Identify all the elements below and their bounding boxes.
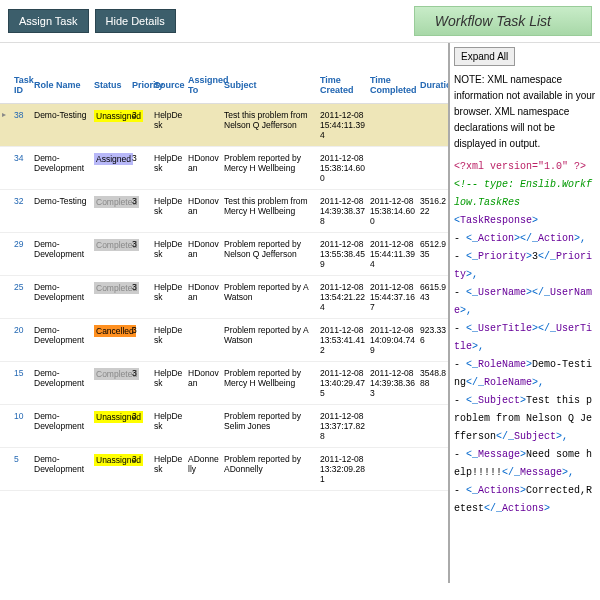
col-completed[interactable]: Time Completed	[368, 67, 418, 104]
table-row[interactable]: 32Demo-TestingCompleted3HelpDeskHDonovan…	[0, 190, 450, 233]
row-expand-icon[interactable]	[0, 362, 12, 405]
role-cell: Demo-Testing	[32, 104, 92, 147]
task-id-cell[interactable]: 15	[12, 362, 32, 405]
duration-cell: 3548.888	[418, 362, 450, 405]
status-cell: Completed	[92, 362, 130, 405]
table-row[interactable]: 34Demo-DevelopmentAssigned3HelpDeskHDono…	[0, 147, 450, 190]
created-cell: 2011-12-08 14:39:38.378	[318, 190, 368, 233]
subject-cell: Problem reported by Mercy H Wellbeing	[222, 147, 318, 190]
table-row[interactable]: 29Demo-DevelopmentCompleted3HelpDeskHDon…	[0, 233, 450, 276]
source-cell: HelpDesk	[152, 233, 186, 276]
status-cell: Cancelled	[92, 319, 130, 362]
subject-cell: Problem reported by Selim Jones	[222, 405, 318, 448]
task-id-cell[interactable]: 29	[12, 233, 32, 276]
subject-cell: Problem reported by A Watson	[222, 319, 318, 362]
col-status[interactable]: Status	[92, 67, 130, 104]
completed-cell	[368, 448, 418, 491]
duration-cell	[418, 104, 450, 147]
duration-cell: 6615.943	[418, 276, 450, 319]
col-subject[interactable]: Subject	[222, 67, 318, 104]
status-cell: Completed	[92, 276, 130, 319]
page-title: Workflow Task List	[414, 6, 592, 36]
priority-cell: 3	[130, 190, 152, 233]
assign-task-button[interactable]: Assign Task	[8, 9, 89, 33]
row-expand-icon[interactable]	[0, 448, 12, 491]
subject-cell: Problem reported by ADonnelly	[222, 448, 318, 491]
col-assigned[interactable]: Assigned To	[186, 67, 222, 104]
duration-cell: 3516.222	[418, 190, 450, 233]
created-cell: 2011-12-08 13:53:41.412	[318, 319, 368, 362]
row-expand-icon[interactable]	[0, 233, 12, 276]
completed-cell: 2011-12-08 14:39:38.363	[368, 362, 418, 405]
duration-cell: 923.336	[418, 319, 450, 362]
col-task-id[interactable]: Task ID	[12, 67, 32, 104]
task-id-cell[interactable]: 34	[12, 147, 32, 190]
task-id-cell[interactable]: 10	[12, 405, 32, 448]
assigned-cell: HDonovan	[186, 233, 222, 276]
source-cell: HelpDesk	[152, 405, 186, 448]
subject-cell: Problem reported by Mercy H Wellbeing	[222, 362, 318, 405]
completed-cell: 2011-12-08 15:44:37.167	[368, 276, 418, 319]
table-row[interactable]: 5Demo-DevelopmentUnassigned3HelpDeskADon…	[0, 448, 450, 491]
col-created[interactable]: Time Created	[318, 67, 368, 104]
table-row[interactable]: 25Demo-DevelopmentCompleted3HelpDeskHDon…	[0, 276, 450, 319]
row-expand-icon[interactable]	[0, 405, 12, 448]
col-priority[interactable]: Priority	[130, 67, 152, 104]
assigned-cell: HDonovan	[186, 362, 222, 405]
hide-details-button[interactable]: Hide Details	[95, 9, 176, 33]
top-toolbar: Assign Task Hide Details Workflow Task L…	[0, 0, 600, 43]
duration-cell	[418, 448, 450, 491]
table-header-row: Task ID Role Name Status Priority Source…	[0, 67, 450, 104]
table-row[interactable]: 20Demo-DevelopmentCancelled3HelpDeskProb…	[0, 319, 450, 362]
task-id-cell[interactable]: 5	[12, 448, 32, 491]
row-expand-icon[interactable]	[0, 190, 12, 233]
row-expand-icon[interactable]	[0, 276, 12, 319]
status-cell: Assigned	[92, 147, 130, 190]
task-list-panel: Task ID Role Name Status Priority Source…	[0, 43, 450, 583]
role-cell: Demo-Development	[32, 319, 92, 362]
status-cell: Unassigned	[92, 448, 130, 491]
role-cell: Demo-Development	[32, 233, 92, 276]
col-role[interactable]: Role Name	[32, 67, 92, 104]
subject-cell: Test this problem from Mercy H Wellbeing	[222, 190, 318, 233]
source-cell: HelpDesk	[152, 362, 186, 405]
table-row[interactable]: 10Demo-DevelopmentUnassigned3HelpDeskPro…	[0, 405, 450, 448]
priority-cell: 3	[130, 319, 152, 362]
table-row[interactable]: ▸38Demo-TestingUnassigned3HelpDeskTest t…	[0, 104, 450, 147]
namespace-note: NOTE: XML namespace information not avai…	[454, 72, 596, 152]
expand-all-button[interactable]: Expand All	[454, 47, 515, 66]
task-id-cell[interactable]: 25	[12, 276, 32, 319]
row-expand-icon[interactable]: ▸	[0, 104, 12, 147]
subject-cell: Test this problem from Nelson Q Jefferso…	[222, 104, 318, 147]
role-cell: Demo-Development	[32, 362, 92, 405]
table-row[interactable]: 15Demo-DevelopmentCompleted3HelpDeskHDon…	[0, 362, 450, 405]
row-expand-icon[interactable]	[0, 147, 12, 190]
task-id-cell[interactable]: 32	[12, 190, 32, 233]
source-cell: HelpDesk	[152, 448, 186, 491]
priority-cell: 3	[130, 362, 152, 405]
assigned-cell	[186, 104, 222, 147]
row-expand-icon[interactable]	[0, 319, 12, 362]
completed-cell: 2011-12-08 15:38:14.600	[368, 190, 418, 233]
completed-cell	[368, 147, 418, 190]
col-source[interactable]: Source	[152, 67, 186, 104]
completed-cell: 2011-12-08 15:44:11.394	[368, 233, 418, 276]
assigned-cell	[186, 319, 222, 362]
task-id-cell[interactable]: 38	[12, 104, 32, 147]
duration-cell	[418, 405, 450, 448]
source-cell: HelpDesk	[152, 104, 186, 147]
col-duration[interactable]: Duration	[418, 67, 450, 104]
assigned-cell: HDonovan	[186, 190, 222, 233]
source-cell: HelpDesk	[152, 319, 186, 362]
created-cell: 2011-12-08 13:54:21.224	[318, 276, 368, 319]
assigned-cell: HDonovan	[186, 147, 222, 190]
created-cell: 2011-12-08 13:37:17.828	[318, 405, 368, 448]
task-table: Task ID Role Name Status Priority Source…	[0, 67, 450, 491]
assigned-cell: HDonovan	[186, 276, 222, 319]
role-cell: Demo-Development	[32, 405, 92, 448]
source-cell: HelpDesk	[152, 190, 186, 233]
status-cell: Unassigned	[92, 405, 130, 448]
task-id-cell[interactable]: 20	[12, 319, 32, 362]
duration-cell: 6512.935	[418, 233, 450, 276]
status-cell: Completed	[92, 190, 130, 233]
